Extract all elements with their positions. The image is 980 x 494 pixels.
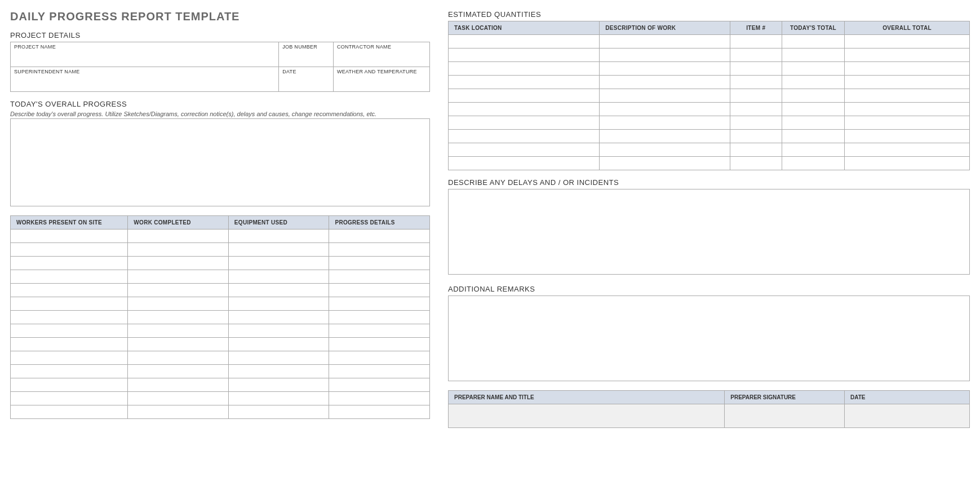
cell-input[interactable] <box>329 270 429 283</box>
cell-input[interactable] <box>229 311 329 324</box>
cell-input[interactable] <box>128 270 228 283</box>
cell-input[interactable] <box>600 35 729 48</box>
cell-input[interactable] <box>229 365 329 378</box>
cell-input[interactable] <box>11 230 127 242</box>
cell-input[interactable] <box>11 257 127 270</box>
cell-input[interactable] <box>782 62 844 75</box>
cell-input[interactable] <box>782 143 844 156</box>
cell-input[interactable] <box>449 130 599 143</box>
cell-input[interactable] <box>11 270 127 283</box>
cell-input[interactable] <box>329 257 429 270</box>
cell-input[interactable] <box>449 143 599 156</box>
cell-input[interactable] <box>600 76 729 89</box>
cell-input[interactable] <box>730 157 782 170</box>
cell-input[interactable] <box>11 324 127 337</box>
cell-input[interactable] <box>229 351 329 364</box>
cell-input[interactable] <box>229 297 329 310</box>
cell-input[interactable] <box>329 324 429 337</box>
cell-input[interactable] <box>128 297 228 310</box>
cell-input[interactable] <box>845 116 969 129</box>
cell-input[interactable] <box>229 230 329 242</box>
cell-input[interactable] <box>782 116 844 129</box>
cell-input[interactable] <box>329 284 429 297</box>
cell-input[interactable] <box>845 143 969 156</box>
cell-input[interactable] <box>449 62 599 75</box>
cell-input[interactable] <box>782 130 844 143</box>
date-input[interactable] <box>279 74 333 91</box>
cell-input[interactable] <box>449 103 599 116</box>
cell-input[interactable] <box>600 116 729 129</box>
cell-input[interactable] <box>128 284 228 297</box>
cell-input[interactable] <box>11 365 127 378</box>
cell-input[interactable] <box>730 130 782 143</box>
cell-input[interactable] <box>11 297 127 310</box>
cell-input[interactable] <box>11 405 127 418</box>
cell-input[interactable] <box>782 76 844 89</box>
cell-input[interactable] <box>128 392 228 405</box>
footer-date-input[interactable] <box>845 404 969 427</box>
cell-input[interactable] <box>782 157 844 170</box>
cell-input[interactable] <box>449 116 599 129</box>
cell-input[interactable] <box>128 405 228 418</box>
cell-input[interactable] <box>229 243 329 256</box>
cell-input[interactable] <box>845 35 969 48</box>
cell-input[interactable] <box>229 270 329 283</box>
cell-input[interactable] <box>782 89 844 102</box>
cell-input[interactable] <box>11 311 127 324</box>
cell-input[interactable] <box>730 143 782 156</box>
cell-input[interactable] <box>128 338 228 351</box>
cell-input[interactable] <box>329 297 429 310</box>
cell-input[interactable] <box>782 48 844 61</box>
project-name-input[interactable] <box>11 50 278 67</box>
cell-input[interactable] <box>449 35 599 48</box>
cell-input[interactable] <box>600 157 729 170</box>
superintendent-name-input[interactable] <box>11 74 278 91</box>
cell-input[interactable] <box>128 230 228 242</box>
remarks-input[interactable] <box>448 295 970 381</box>
today-progress-input[interactable] <box>10 118 430 206</box>
cell-input[interactable] <box>600 62 729 75</box>
cell-input[interactable] <box>329 365 429 378</box>
cell-input[interactable] <box>229 405 329 418</box>
signature-input[interactable] <box>725 404 844 427</box>
cell-input[interactable] <box>11 351 127 364</box>
cell-input[interactable] <box>449 89 599 102</box>
contractor-name-input[interactable] <box>334 50 429 67</box>
cell-input[interactable] <box>11 378 127 391</box>
cell-input[interactable] <box>128 351 228 364</box>
cell-input[interactable] <box>329 351 429 364</box>
cell-input[interactable] <box>845 103 969 116</box>
cell-input[interactable] <box>600 89 729 102</box>
cell-input[interactable] <box>229 378 329 391</box>
cell-input[interactable] <box>128 257 228 270</box>
cell-input[interactable] <box>329 243 429 256</box>
cell-input[interactable] <box>730 48 782 61</box>
cell-input[interactable] <box>600 143 729 156</box>
cell-input[interactable] <box>600 103 729 116</box>
cell-input[interactable] <box>730 116 782 129</box>
cell-input[interactable] <box>329 378 429 391</box>
cell-input[interactable] <box>128 324 228 337</box>
cell-input[interactable] <box>845 157 969 170</box>
cell-input[interactable] <box>449 76 599 89</box>
cell-input[interactable] <box>730 103 782 116</box>
cell-input[interactable] <box>11 284 127 297</box>
cell-input[interactable] <box>128 365 228 378</box>
cell-input[interactable] <box>449 48 599 61</box>
cell-input[interactable] <box>782 35 844 48</box>
cell-input[interactable] <box>782 103 844 116</box>
cell-input[interactable] <box>845 62 969 75</box>
cell-input[interactable] <box>229 392 329 405</box>
weather-input[interactable] <box>334 74 429 91</box>
cell-input[interactable] <box>229 257 329 270</box>
cell-input[interactable] <box>128 243 228 256</box>
cell-input[interactable] <box>329 405 429 418</box>
preparer-input[interactable] <box>449 404 724 427</box>
cell-input[interactable] <box>600 130 729 143</box>
cell-input[interactable] <box>845 76 969 89</box>
job-number-input[interactable] <box>279 50 333 67</box>
cell-input[interactable] <box>11 392 127 405</box>
cell-input[interactable] <box>600 48 729 61</box>
cell-input[interactable] <box>11 338 127 351</box>
cell-input[interactable] <box>329 311 429 324</box>
